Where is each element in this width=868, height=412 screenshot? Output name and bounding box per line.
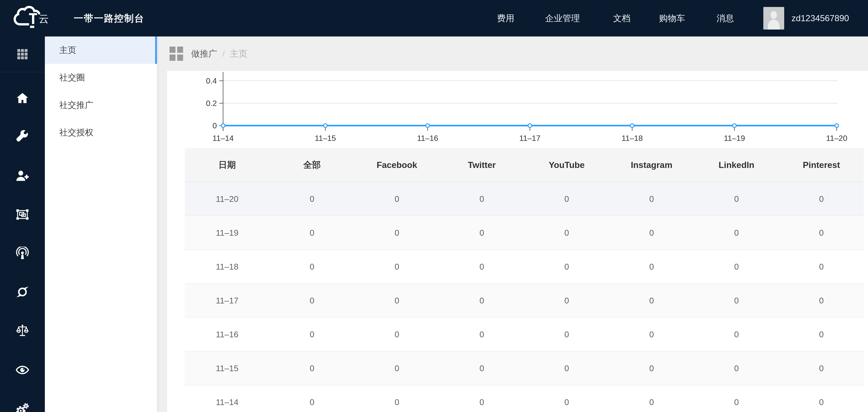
value-cell: 0 — [354, 351, 439, 385]
value-cell: 0 — [439, 318, 524, 351]
value-cell: 0 — [270, 284, 354, 317]
topbar-nav-fees[interactable]: 费用 — [497, 0, 514, 36]
column-header: 全部 — [270, 148, 354, 182]
date-cell: 11–20 — [185, 182, 270, 215]
rail-item-gears[interactable] — [16, 403, 29, 412]
data-point[interactable] — [528, 124, 532, 128]
topbar-nav-cart[interactable]: 购物车 — [659, 0, 685, 36]
avatar-silhouette-icon — [763, 7, 784, 30]
sidebar-item-home[interactable]: 主页 — [45, 36, 157, 64]
value-cell: 0 — [354, 216, 439, 249]
x-axis-label: 11–18 — [622, 134, 643, 143]
grid-menu-icon — [17, 48, 28, 60]
column-header: Facebook — [354, 148, 439, 182]
x-axis-label: 11–20 — [826, 134, 847, 143]
rail-item-podcast[interactable] — [16, 247, 29, 260]
value-cell: 0 — [609, 318, 694, 351]
value-cell: 0 — [609, 351, 694, 385]
table-row[interactable]: 11–150000000 — [185, 351, 864, 385]
value-cell: 0 — [524, 385, 609, 412]
logo-yun-text: 云 — [39, 13, 49, 24]
rail-item-wrench[interactable] — [16, 130, 29, 143]
rail-item-balance-scale[interactable] — [16, 324, 29, 337]
breadcrumb-current: 主页 — [230, 48, 247, 60]
table-row[interactable]: 11–160000000 — [185, 318, 864, 351]
column-header: Pinterest — [779, 148, 864, 182]
date-cell: 11–17 — [185, 284, 270, 317]
value-cell: 0 — [354, 182, 439, 215]
rail-item-eye[interactable] — [16, 364, 29, 377]
value-cell: 0 — [609, 216, 694, 249]
rail-apps-button[interactable] — [0, 36, 45, 72]
rail-item-object-group[interactable] — [16, 208, 29, 221]
object-group-icon — [16, 208, 29, 221]
user-plus-icon — [16, 169, 29, 182]
breadcrumb-section[interactable]: 做推广 — [191, 48, 217, 60]
value-cell: 0 — [524, 182, 609, 215]
rail-item-swirl[interactable] — [16, 285, 29, 299]
value-cell: 0 — [609, 385, 694, 412]
column-header: 日期 — [185, 148, 270, 182]
value-cell: 0 — [270, 318, 354, 351]
y-axis-label: 0.4 — [206, 76, 217, 85]
value-cell: 0 — [354, 385, 439, 412]
value-cell: 0 — [524, 351, 609, 385]
value-cell: 0 — [439, 216, 524, 249]
sidebar-item-label: 社交圈 — [59, 72, 85, 83]
table-header-row: 日期全部FacebookTwitterYouTubeInstagramLinke… — [185, 148, 864, 182]
eye-icon — [16, 364, 29, 377]
value-cell: 0 — [694, 182, 779, 215]
value-cell: 0 — [354, 318, 439, 351]
balance-scale-icon — [16, 324, 29, 337]
value-cell: 0 — [524, 250, 609, 283]
traffic-line-chart: 00.20.411–1411–1511–1611–1711–1811–1911–… — [167, 71, 868, 147]
data-point[interactable] — [630, 124, 634, 128]
value-cell: 0 — [694, 385, 779, 412]
value-cell: 0 — [609, 284, 694, 317]
value-cell: 0 — [694, 351, 779, 385]
sidebar-item-label: 社交授权 — [59, 127, 93, 138]
table-row[interactable]: 11–200000000 — [185, 182, 864, 216]
date-cell: 11–14 — [185, 385, 270, 412]
value-cell: 0 — [524, 216, 609, 249]
data-point[interactable] — [323, 124, 327, 128]
data-point[interactable] — [426, 124, 430, 128]
user-avatar[interactable] — [763, 7, 784, 30]
value-cell: 0 — [779, 216, 864, 249]
home-icon — [16, 92, 29, 105]
table-row[interactable]: 11–140000000 — [185, 385, 864, 412]
rail-item-home[interactable] — [16, 92, 29, 105]
sidebar-item-label: 主页 — [59, 44, 76, 56]
topbar-nav-messages[interactable]: 消息 — [717, 0, 734, 36]
topbar-nav-enterprise[interactable]: 企业管理 — [545, 0, 580, 36]
date-cell: 11–18 — [185, 250, 270, 283]
rail-item-user-plus[interactable] — [16, 169, 29, 182]
sidebar-item-social-circle[interactable]: 社交圈 — [45, 64, 157, 91]
table-row[interactable]: 11–190000000 — [185, 216, 864, 250]
topbar: 云 T 一带一路控制台 费用企业管理文档购物车消息 zd1234567890 — [0, 0, 868, 36]
value-cell: 0 — [270, 216, 354, 249]
data-point[interactable] — [835, 124, 839, 128]
content-card: 00.20.411–1411–1511–1611–1711–1811–1911–… — [167, 71, 868, 412]
value-cell: 0 — [270, 385, 354, 412]
sidebar-item-social-auth[interactable]: 社交授权 — [45, 119, 157, 146]
table-row[interactable]: 11–170000000 — [185, 284, 864, 318]
value-cell: 0 — [439, 385, 524, 412]
value-cell: 0 — [439, 351, 524, 385]
table-row[interactable]: 11–180000000 — [185, 250, 864, 284]
data-point[interactable] — [733, 124, 736, 128]
sidebar-item-social-promotion[interactable]: 社交推广 — [45, 91, 157, 119]
value-cell: 0 — [694, 216, 779, 249]
date-cell: 11–15 — [185, 351, 270, 385]
value-cell: 0 — [694, 284, 779, 317]
data-point[interactable] — [221, 124, 225, 128]
y-axis-label: 0.2 — [206, 99, 217, 108]
topbar-nav-docs[interactable]: 文档 — [613, 0, 630, 36]
date-cell: 11–19 — [185, 216, 270, 249]
value-cell: 0 — [779, 182, 864, 215]
breadcrumb-grid-icon — [169, 46, 183, 61]
x-axis-label: 11–14 — [213, 134, 234, 143]
username[interactable]: zd1234567890 — [792, 0, 849, 36]
value-cell: 0 — [270, 351, 354, 385]
x-axis-label: 11–17 — [519, 134, 540, 143]
